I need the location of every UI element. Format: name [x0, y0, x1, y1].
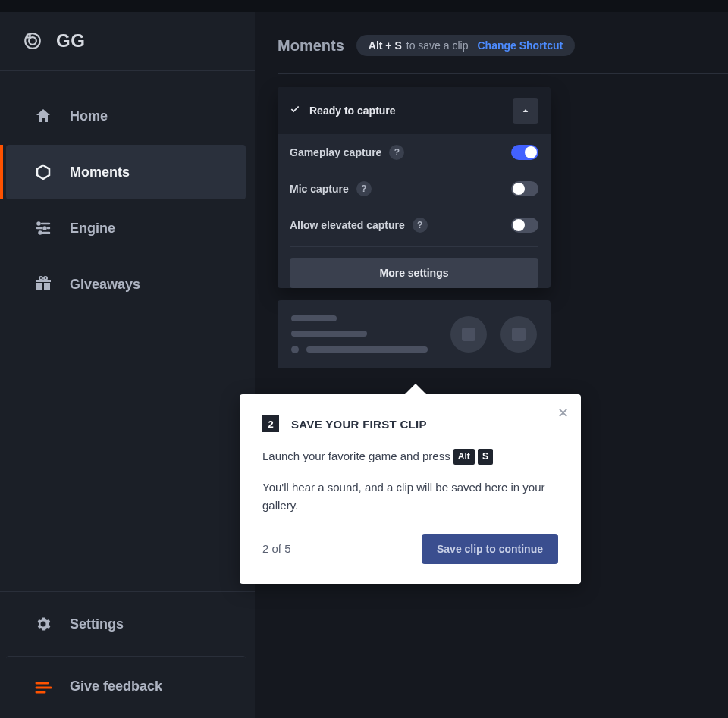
svg-point-6 [44, 227, 46, 230]
step-badge: 2 [262, 415, 279, 432]
brand-name: GG [56, 30, 85, 52]
toggle-gameplay-capture[interactable] [511, 145, 538, 160]
popover-title: SAVE YOUR FIRST CLIP [291, 418, 427, 431]
nav-label: Engine [70, 221, 115, 237]
close-icon: ✕ [557, 406, 569, 421]
svg-marker-19 [523, 109, 529, 112]
capture-panel: Ready to capture Gameplay capture ? Mic … [278, 87, 551, 288]
clip-placeholder [278, 300, 551, 368]
shortcut-key: Alt + S [369, 39, 402, 52]
kbd-alt: Alt [453, 449, 475, 465]
gear-icon [33, 614, 53, 634]
sidebar: GG Home Moments [0, 12, 255, 718]
svg-point-1 [29, 37, 36, 45]
svg-point-15 [44, 277, 47, 280]
row-mic-capture: Mic capture ? [278, 171, 551, 207]
onboarding-popover: ✕ 2 SAVE YOUR FIRST CLIP Launch your fav… [240, 394, 581, 584]
more-settings-button[interactable]: More settings [290, 258, 538, 288]
step-count: 2 of 5 [262, 542, 422, 555]
svg-point-14 [39, 277, 42, 280]
svg-rect-11 [36, 283, 42, 290]
placeholder-line [306, 346, 428, 353]
svg-rect-12 [44, 283, 50, 290]
kbd-s: S [478, 449, 493, 465]
popover-text: Launch your favorite game and press [262, 450, 453, 462]
main: Moments Alt + S to save a clip Change Sh… [255, 12, 728, 718]
help-icon[interactable]: ? [356, 181, 372, 196]
shortcut-desc: to save a clip [406, 39, 469, 52]
nav-item-engine[interactable]: Engine [6, 201, 246, 256]
gift-icon [33, 274, 53, 294]
row-gameplay-capture: Gameplay capture ? [278, 134, 551, 171]
svg-point-4 [38, 223, 40, 225]
nav-label: Home [70, 108, 108, 124]
header: Moments Alt + S to save a clip Change Sh… [278, 35, 728, 74]
help-icon[interactable]: ? [413, 218, 428, 233]
nav-item-settings[interactable]: Settings [6, 594, 246, 654]
collapse-button[interactable] [513, 98, 538, 124]
engine-icon [33, 218, 53, 238]
help-icon[interactable]: ? [389, 145, 404, 160]
titlebar [0, 0, 728, 12]
row-label: Allow elevated capture [290, 219, 405, 231]
svg-point-2 [27, 34, 30, 37]
panel-head: Ready to capture [278, 87, 551, 134]
popover-text: You'll hear a sound, and a clip will be … [262, 478, 558, 514]
nav-item-feedback[interactable]: Give feedback [6, 656, 246, 716]
nav-label: Moments [70, 165, 130, 180]
row-label: Mic capture [290, 183, 349, 195]
svg-point-9 [39, 232, 42, 234]
continue-button[interactable]: Save clip to continue [422, 534, 558, 564]
nav-footer: Settings Give feedback [0, 591, 255, 718]
moments-icon [33, 162, 53, 182]
nav-label: Giveaways [70, 277, 140, 293]
placeholder-line [291, 315, 337, 321]
close-button[interactable]: ✕ [557, 405, 569, 422]
steelseries-logo-icon [23, 31, 42, 51]
popover-body: Launch your favorite game and press Alt … [262, 447, 558, 514]
placeholder-line [291, 331, 367, 337]
brand: GG [0, 30, 255, 71]
nav-item-home[interactable]: Home [6, 89, 246, 143]
nav: Home Moments Engine [0, 77, 255, 591]
toggle-mic-capture[interactable] [511, 181, 538, 196]
caret-up-icon [522, 104, 529, 118]
svg-rect-13 [36, 280, 51, 282]
nav-item-moments[interactable]: Moments [6, 145, 246, 199]
toggle-elevated-capture[interactable] [511, 218, 538, 233]
placeholder-thumb [500, 316, 537, 353]
check-icon [290, 104, 300, 118]
nav-item-giveaways[interactable]: Giveaways [6, 257, 246, 312]
change-shortcut-link[interactable]: Change Shortcut [477, 39, 563, 52]
home-icon [33, 106, 53, 126]
placeholder-dot [291, 346, 299, 353]
page-title: Moments [278, 37, 344, 55]
placeholder-thumb [450, 316, 487, 353]
nav-label: Settings [70, 616, 124, 632]
shortcut-pill: Alt + S to save a clip Change Shortcut [356, 35, 575, 56]
feedback-icon [33, 677, 53, 697]
nav-label: Give feedback [70, 679, 162, 694]
svg-marker-3 [37, 165, 49, 179]
row-elevated-capture: Allow elevated capture ? [278, 207, 551, 243]
row-label: Gameplay capture [290, 146, 381, 158]
panel-status: Ready to capture [309, 105, 504, 117]
